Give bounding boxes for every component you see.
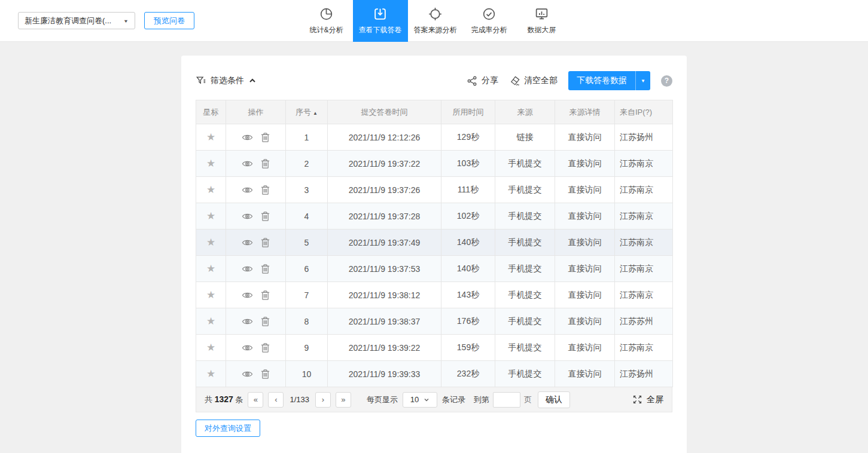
column-header-seq-label: 序号 xyxy=(296,108,311,117)
cell-star: ★ xyxy=(196,308,226,335)
view-answer-eye-icon[interactable] xyxy=(242,238,253,247)
share-button[interactable]: 分享 xyxy=(467,75,498,87)
toolbar-right: 分享 清空全部 下载答卷数据 ▼ ? xyxy=(467,71,672,90)
view-answer-eye-icon[interactable] xyxy=(242,343,253,353)
cell-duration: 140秒 xyxy=(441,229,495,256)
question-mark-icon: ? xyxy=(665,76,669,85)
cell-source-detail: 直接访问 xyxy=(555,361,615,387)
per-page-select[interactable]: 10 xyxy=(403,392,437,408)
delete-answer-trash-icon[interactable] xyxy=(260,290,270,301)
tab-answer-source-analysis[interactable]: 答案来源分析 xyxy=(408,0,463,42)
column-header-duration: 所用时间 xyxy=(441,100,495,124)
cell-source-detail: 直接访问 xyxy=(555,151,615,177)
star-icon[interactable]: ★ xyxy=(206,210,215,222)
star-icon[interactable]: ★ xyxy=(206,237,215,248)
delete-answer-trash-icon[interactable] xyxy=(260,316,270,327)
cell-source: 手机提交 xyxy=(495,282,555,308)
row-actions xyxy=(226,185,285,195)
fullscreen-label: 全屏 xyxy=(647,394,663,405)
delete-answer-trash-icon[interactable] xyxy=(260,237,270,248)
next-page-button[interactable]: › xyxy=(315,392,331,408)
first-page-button[interactable]: « xyxy=(248,392,263,408)
cell-duration: 140秒 xyxy=(441,256,495,282)
cell-submit-time: 2021/11/9 12:12:26 xyxy=(328,124,441,151)
cell-source-detail: 直接访问 xyxy=(555,203,615,229)
total-value: 1327 xyxy=(215,394,233,404)
star-icon[interactable]: ★ xyxy=(206,289,215,301)
clear-all-button[interactable]: 清空全部 xyxy=(509,75,558,87)
cell-actions xyxy=(226,229,286,256)
total-prefix: 共 xyxy=(205,395,212,404)
cell-actions xyxy=(226,282,286,308)
cell-source: 手机提交 xyxy=(495,177,555,203)
eraser-icon xyxy=(509,75,520,87)
row-actions xyxy=(226,237,285,248)
cell-ip: 江苏南京 xyxy=(615,203,673,229)
cell-star: ★ xyxy=(196,256,226,282)
external-query-settings-button[interactable]: 对外查询设置 xyxy=(196,420,260,437)
star-icon[interactable]: ★ xyxy=(206,184,215,195)
pagination-bar: 共 1327 条 « ‹ 1/133 › » 每页显示 10 条记录 到第 页 … xyxy=(196,387,672,412)
cell-star: ★ xyxy=(196,203,226,229)
star-icon[interactable]: ★ xyxy=(206,368,215,379)
delete-answer-trash-icon[interactable] xyxy=(260,132,270,143)
delete-answer-trash-icon[interactable] xyxy=(260,342,270,353)
fullscreen-button[interactable]: 全屏 xyxy=(632,394,663,405)
survey-select-value: 新生廉洁教育调查问卷(... xyxy=(25,16,111,26)
view-answer-eye-icon[interactable] xyxy=(242,369,253,379)
tab-stats-analysis[interactable]: 统计&分析 xyxy=(300,0,353,42)
star-icon[interactable]: ★ xyxy=(206,158,215,169)
total-count: 共 1327 条 xyxy=(205,394,243,405)
cell-seq: 9 xyxy=(286,335,328,361)
share-label: 分享 xyxy=(482,75,498,86)
cell-seq: 7 xyxy=(286,282,328,308)
cell-submit-time: 2021/11/9 19:37:53 xyxy=(328,256,441,282)
view-answer-eye-icon[interactable] xyxy=(242,212,253,221)
cell-submit-time: 2021/11/9 19:37:22 xyxy=(328,151,441,177)
delete-answer-trash-icon[interactable] xyxy=(260,211,270,222)
download-options-caret[interactable]: ▼ xyxy=(635,71,650,90)
help-button[interactable]: ? xyxy=(661,75,672,87)
prev-page-button[interactable]: ‹ xyxy=(268,392,284,408)
star-icon[interactable]: ★ xyxy=(206,316,215,327)
top-bar: 新生廉洁教育调查问卷(... ▼ 预览问卷 统计&分析 查看下载答卷 xyxy=(0,0,868,42)
last-page-button[interactable]: » xyxy=(336,392,351,408)
cell-actions xyxy=(226,335,286,361)
target-icon xyxy=(428,7,443,22)
cell-ip: 江苏南京 xyxy=(615,151,673,177)
star-icon[interactable]: ★ xyxy=(206,131,215,143)
cell-ip: 江苏南京 xyxy=(615,229,673,256)
column-header-seq[interactable]: 序号▲ xyxy=(286,100,328,124)
tab-view-download-answers[interactable]: 查看下载答卷 xyxy=(353,0,408,42)
cell-star: ★ xyxy=(196,335,226,361)
view-answer-eye-icon[interactable] xyxy=(242,133,253,142)
cell-seq: 8 xyxy=(286,308,328,335)
confirm-button[interactable]: 确认 xyxy=(538,391,570,408)
view-answer-eye-icon[interactable] xyxy=(242,290,253,300)
delete-answer-trash-icon[interactable] xyxy=(260,369,270,379)
download-answers-button[interactable]: 下载答卷数据 xyxy=(568,71,635,90)
filter-conditions-toggle[interactable]: 筛选条件 xyxy=(196,75,257,86)
tab-data-screen[interactable]: 数据大屏 xyxy=(516,0,568,42)
survey-select[interactable]: 新生廉洁教育调查问卷(... ▼ xyxy=(18,12,135,29)
tab-completion-analysis[interactable]: 完成率分析 xyxy=(463,0,516,42)
view-answer-eye-icon[interactable] xyxy=(242,264,253,274)
delete-answer-trash-icon[interactable] xyxy=(260,158,270,169)
cell-source-detail: 直接访问 xyxy=(555,308,615,335)
chevron-up-icon xyxy=(248,77,257,84)
goto-page-input[interactable] xyxy=(493,392,520,408)
preview-survey-button[interactable]: 预览问卷 xyxy=(144,12,194,29)
row-actions xyxy=(226,290,285,301)
view-answer-eye-icon[interactable] xyxy=(242,185,253,195)
delete-answer-trash-icon[interactable] xyxy=(260,185,270,195)
column-header-ip: 来自IP(?) xyxy=(615,100,673,124)
star-icon[interactable]: ★ xyxy=(206,263,215,274)
star-icon[interactable]: ★ xyxy=(206,342,215,353)
view-answer-eye-icon[interactable] xyxy=(242,159,253,169)
cell-actions xyxy=(226,361,286,387)
tab-label: 统计&分析 xyxy=(309,25,343,35)
cell-star: ★ xyxy=(196,151,226,177)
cell-submit-time: 2021/11/9 19:38:37 xyxy=(328,308,441,335)
delete-answer-trash-icon[interactable] xyxy=(260,264,270,274)
view-answer-eye-icon[interactable] xyxy=(242,317,253,326)
